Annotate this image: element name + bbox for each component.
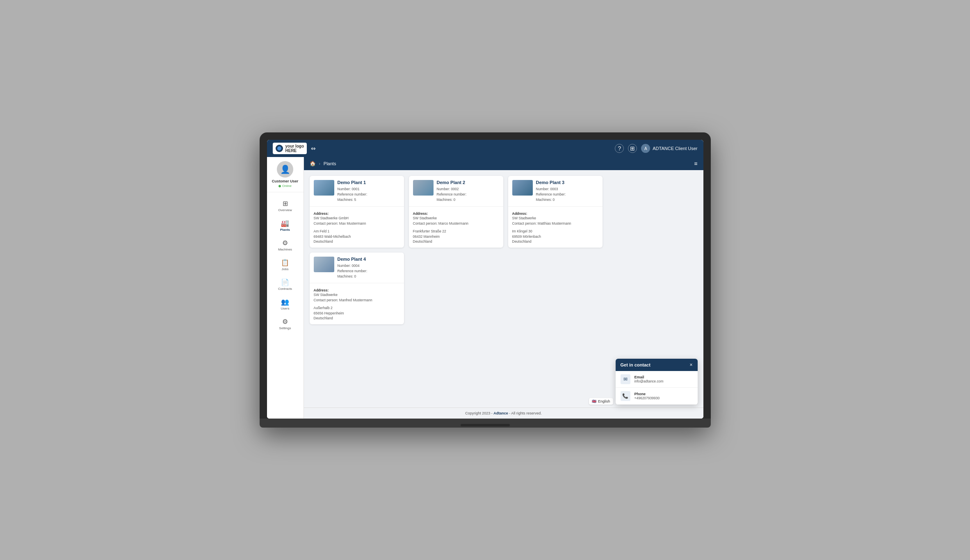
plant-card-3-header: Demo Plant 3 Number: 0003 Reference numb… (508, 176, 603, 207)
language-badge[interactable]: 🇬🇧 English (589, 398, 613, 405)
breadcrumb-separator: › (319, 162, 320, 166)
phone-value: +496207939930 (634, 396, 660, 400)
breadcrumb-bar: 🏠 › Plants ≡ (304, 157, 703, 170)
machines-icon: ⚙ (282, 239, 288, 247)
plants-icon: 🏭 (281, 219, 289, 227)
plant-thumbnail-2 (413, 180, 434, 196)
sidebar-item-plants[interactable]: 🏭 Plants (267, 216, 304, 235)
sidebar: 👤 Customer User Online ⊞ Overview 🏭 (267, 157, 304, 419)
sidebar-item-label: Jobs (282, 267, 289, 271)
users-icon: 👥 (281, 298, 289, 306)
sidebar-item-label: Plants (280, 228, 290, 232)
plant-1-addr-label: Address: (314, 212, 400, 216)
sidebar-item-machines[interactable]: ⚙ Machines (267, 236, 304, 255)
plant-3-machines: Machines: 0 (536, 197, 566, 203)
plant-1-contact: Contact person: Max Mustermann (314, 221, 400, 226)
plant-4-ref: Reference number: (338, 269, 367, 274)
plant-3-ref: Reference number: (536, 192, 566, 197)
plant-4-number: Number: 0004 (338, 263, 367, 269)
plant-thumbnail-4 (314, 257, 334, 272)
plant-2-city: 06432 Mannheim (413, 234, 499, 239)
footer: Copyright 2023 - Adtance - All rights re… (304, 407, 703, 419)
footer-brand: Adtance (493, 411, 508, 415)
sidebar-item-contracts[interactable]: 📄 Contracts (267, 275, 304, 294)
plant-3-contact: Contact person: Matthias Mustermann (512, 221, 598, 226)
breadcrumb-current: Plants (324, 161, 336, 166)
contracts-icon: 📄 (281, 278, 289, 286)
grid-icon[interactable]: ⊞ (628, 144, 637, 153)
plant-1-street: Am Feld 1 (314, 229, 400, 234)
plant-2-company: SW Stadtwerke (413, 216, 499, 221)
plant-4-company: SW Stadtwerke (314, 292, 400, 298)
main-area: 👤 Customer User Online ⊞ Overview 🏭 (267, 157, 703, 419)
contact-phone-item[interactable]: 📞 Phone +496207939930 (616, 388, 698, 405)
plant-thumbnail-3 (512, 180, 533, 196)
logo: your logo HERE (273, 143, 307, 154)
phone-icon: 📞 (621, 391, 630, 401)
user-name: Customer User (272, 179, 299, 183)
sidebar-item-label: Users (281, 307, 290, 310)
plant-2-machines: Machines: 0 (437, 197, 467, 203)
sidebar-item-overview[interactable]: ⊞ Overview (267, 196, 304, 215)
top-navbar: your logo HERE ⇔ ? ⊞ A ADTANCE Client Us… (267, 140, 703, 157)
plant-1-country: Deutschland (314, 239, 400, 244)
plant-card-3[interactable]: Demo Plant 3 Number: 0003 Reference numb… (508, 176, 603, 248)
menu-icon[interactable]: ≡ (694, 160, 697, 167)
plant-1-number: Number: 0001 (338, 187, 367, 192)
status-text: Online (282, 184, 292, 188)
plant-1-company: SW Stadtwerke GmbH (314, 216, 400, 221)
sidebar-item-jobs[interactable]: 📋 Jobs (267, 255, 304, 274)
plant-4-machines: Machines: 0 (338, 274, 367, 279)
contact-email-item[interactable]: ✉ Email info@adtance.com (616, 371, 698, 388)
plant-1-city: 69483 Wald-Michelbach (314, 234, 400, 239)
jobs-icon: 📋 (281, 259, 289, 266)
plant-3-addr-label: Address: (512, 212, 598, 216)
email-icon: ✉ (621, 374, 630, 384)
plant-2-country: Deutschland (413, 239, 499, 244)
logo-text: your logo HERE (285, 144, 304, 153)
settings-icon: ⚙ (282, 318, 288, 326)
phone-label: Phone (634, 392, 660, 396)
logo-icon (276, 145, 283, 152)
collapse-icon[interactable]: ⇔ (311, 145, 316, 152)
plant-2-ref: Reference number: (437, 192, 467, 197)
plant-3-info: Address: SW Stadtwerke Contact person: M… (508, 207, 603, 248)
email-label: Email (634, 375, 664, 379)
plant-2-info: Address: SW Stadtwerke Contact person: M… (409, 207, 503, 248)
plant-1-machines: Machines: 5 (338, 197, 367, 203)
footer-text: Copyright 2023 - (465, 411, 493, 415)
flag-icon: 🇬🇧 (592, 399, 596, 403)
sidebar-item-users[interactable]: 👥 Users (267, 295, 304, 314)
plant-4-title: Demo Plant 4 (338, 257, 367, 262)
plant-card-2[interactable]: Demo Plant 2 Number: 0002 Reference numb… (409, 176, 503, 248)
avatar-icon: 👤 (280, 164, 290, 174)
contact-popup-header: Get in contact × (616, 359, 698, 371)
plant-1-title: Demo Plant 1 (338, 180, 367, 185)
sidebar-item-label: Overview (278, 208, 292, 212)
contact-popup-close-button[interactable]: × (689, 362, 692, 368)
plant-2-number: Number: 0002 (437, 187, 467, 192)
sidebar-item-settings[interactable]: ⚙ Settings (267, 314, 304, 333)
online-dot (278, 185, 281, 187)
plant-1-ref: Reference number: (338, 192, 367, 197)
plant-2-title: Demo Plant 2 (437, 180, 467, 185)
plant-2-street: Frankfurter Straße 22 (413, 229, 499, 234)
top-nav-right: ? ⊞ A ADTANCE Client User (615, 144, 697, 153)
plant-3-country: Deutschland (512, 239, 598, 244)
help-icon[interactable]: ? (615, 144, 624, 153)
avatar-area: 👤 Customer User Online (267, 161, 304, 192)
sidebar-item-label: Contracts (278, 287, 292, 291)
breadcrumb-home[interactable]: 🏠 (310, 161, 316, 166)
plant-card-2-header: Demo Plant 2 Number: 0002 Reference numb… (409, 176, 503, 207)
footer-suffix: - All rights reserved. (508, 411, 542, 415)
language-label: English (598, 399, 610, 403)
plant-card-1[interactable]: Demo Plant 1 Number: 0001 Reference numb… (310, 176, 404, 248)
plant-4-city: 65656 Heppenheim (314, 311, 400, 316)
sidebar-item-label: Settings (279, 326, 291, 330)
plant-card-4[interactable]: Demo Plant 4 Number: 0004 Reference numb… (310, 253, 404, 324)
plant-3-street: Im Klingel 30 (512, 229, 598, 234)
user-avatar-top: A (641, 144, 650, 153)
user-badge[interactable]: A ADTANCE Client User (641, 144, 697, 153)
plants-grid: Demo Plant 1 Number: 0001 Reference numb… (304, 170, 703, 330)
plant-4-info: Address: SW Stadtwerke Contact person: M… (310, 283, 404, 324)
